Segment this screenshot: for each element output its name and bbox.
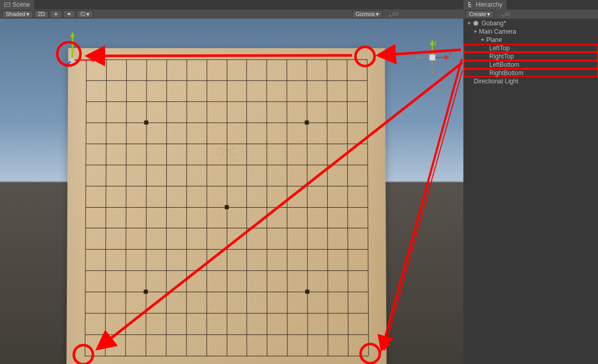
svg-line-39 bbox=[384, 70, 462, 350]
hierarchy-toolbar: Create ▾ bbox=[463, 9, 598, 19]
hierarchy-item-lefttop[interactable]: LeftTop bbox=[463, 44, 598, 52]
svg-marker-46 bbox=[474, 21, 478, 26]
annotation-circle bbox=[354, 46, 376, 67]
dropdown-icon: ▾ bbox=[86, 11, 90, 18]
image-icon bbox=[80, 11, 85, 17]
hierarchy-icon bbox=[468, 2, 474, 8]
svg-point-1 bbox=[55, 13, 57, 15]
go-board bbox=[66, 48, 386, 364]
annotation-circle bbox=[359, 343, 381, 364]
hierarchy-panel: Hierarchy Create ▾ Gobang* Main Camera P… bbox=[463, 0, 598, 364]
svg-marker-20 bbox=[92, 58, 97, 62]
hierarchy-item-righttop[interactable]: RightTop bbox=[463, 52, 598, 61]
svg-line-16 bbox=[220, 158, 222, 161]
expand-arrow-icon bbox=[468, 22, 471, 25]
sun-icon bbox=[53, 11, 59, 17]
svg-line-37 bbox=[382, 59, 462, 350]
expand-arrow-icon bbox=[474, 31, 477, 33]
svg-point-7 bbox=[82, 13, 82, 14]
svg-marker-32 bbox=[430, 70, 435, 75]
svg-text:y: y bbox=[434, 39, 437, 45]
dropdown-icon: ▾ bbox=[26, 11, 30, 18]
persp-label[interactable]: ◁ Persp bbox=[425, 85, 447, 92]
fx-dropdown[interactable]: ▾ bbox=[77, 10, 93, 18]
scene-tab-bar: Scene bbox=[0, 0, 463, 9]
orientation-gizmo[interactable]: y x bbox=[412, 37, 453, 78]
hierarchy-item-plane[interactable]: Plane bbox=[463, 36, 598, 44]
hierarchy-item-label: Directional Light bbox=[474, 78, 518, 85]
lighting-toggle[interactable] bbox=[50, 10, 62, 18]
svg-line-13 bbox=[220, 147, 222, 150]
scene-name-label: Gobang* bbox=[482, 20, 506, 27]
svg-marker-18 bbox=[70, 32, 75, 37]
audio-icon bbox=[67, 11, 72, 17]
hierarchy-search-input[interactable] bbox=[496, 10, 596, 18]
2d-toggle[interactable]: 2D bbox=[34, 10, 49, 18]
hierarchy-item-label: Main Camera bbox=[479, 28, 516, 35]
scene-icon bbox=[4, 2, 10, 8]
shaded-label: Shaded bbox=[6, 11, 25, 17]
hierarchy-item-label: RightBottom bbox=[489, 69, 523, 77]
svg-line-15 bbox=[231, 147, 234, 150]
svg-text:x: x bbox=[449, 51, 451, 56]
scene-search-input[interactable] bbox=[384, 10, 461, 18]
audio-toggle[interactable] bbox=[63, 10, 76, 18]
hierarchy-item-rightbottom[interactable]: RightBottom bbox=[463, 69, 598, 77]
svg-rect-6 bbox=[81, 12, 85, 16]
hierarchy-item-main-camera[interactable]: Main Camera bbox=[463, 27, 598, 36]
hierarchy-item-directional-light[interactable]: Directional Light bbox=[463, 77, 598, 85]
scene-tab[interactable]: Scene bbox=[0, 0, 34, 9]
hierarchy-tab[interactable]: Hierarchy bbox=[463, 0, 506, 9]
scene-viewport[interactable]: y x ◁ Persp bbox=[0, 19, 463, 364]
light-gizmo-icon bbox=[214, 141, 240, 167]
hierarchy-search-wrap bbox=[496, 10, 596, 18]
shaded-dropdown[interactable]: Shaded ▾ bbox=[2, 10, 33, 18]
gizmos-dropdown[interactable]: Gizmos ▾ bbox=[352, 10, 383, 18]
scene-toolbar: Shaded ▾ 2D ▾ Gizmos ▾ bbox=[0, 9, 463, 19]
hierarchy-item-label: RightTop bbox=[489, 53, 514, 60]
hierarchy-item-leftbottom[interactable]: LeftBottom bbox=[463, 61, 598, 69]
hierarchy-tab-bar: Hierarchy bbox=[463, 0, 598, 9]
svg-line-14 bbox=[231, 158, 234, 161]
svg-point-8 bbox=[223, 150, 231, 158]
scene-search-wrap bbox=[384, 10, 461, 18]
dropdown-icon: ▾ bbox=[376, 11, 379, 18]
scene-tab-label: Scene bbox=[12, 1, 30, 8]
unity-logo-icon bbox=[473, 20, 479, 26]
gizmos-label: Gizmos bbox=[356, 11, 375, 17]
hierarchy-item-label: LeftBottom bbox=[489, 61, 519, 68]
hierarchy-tree: Gobang* Main Camera Plane LeftTop RightT… bbox=[463, 19, 598, 364]
annotation-circle bbox=[72, 344, 94, 364]
hierarchy-tab-label: Hierarchy bbox=[476, 1, 502, 8]
svg-rect-41 bbox=[469, 4, 471, 5]
create-label: Create bbox=[469, 11, 486, 17]
svg-rect-42 bbox=[469, 6, 471, 7]
svg-rect-33 bbox=[429, 54, 435, 61]
svg-marker-30 bbox=[415, 55, 420, 60]
annotation-circle bbox=[56, 41, 82, 67]
hierarchy-item-label: LeftTop bbox=[489, 45, 509, 52]
scene-node[interactable]: Gobang* bbox=[463, 19, 598, 27]
expand-arrow-icon bbox=[481, 39, 484, 41]
hierarchy-item-label: Plane bbox=[486, 36, 502, 43]
scene-panel: Scene Shaded ▾ 2D ▾ Gizmos ▾ bbox=[0, 0, 463, 364]
svg-rect-40 bbox=[468, 2, 470, 3]
board-grid bbox=[85, 60, 369, 356]
dropdown-icon: ▾ bbox=[487, 11, 490, 18]
create-dropdown[interactable]: Create ▾ bbox=[465, 10, 494, 18]
